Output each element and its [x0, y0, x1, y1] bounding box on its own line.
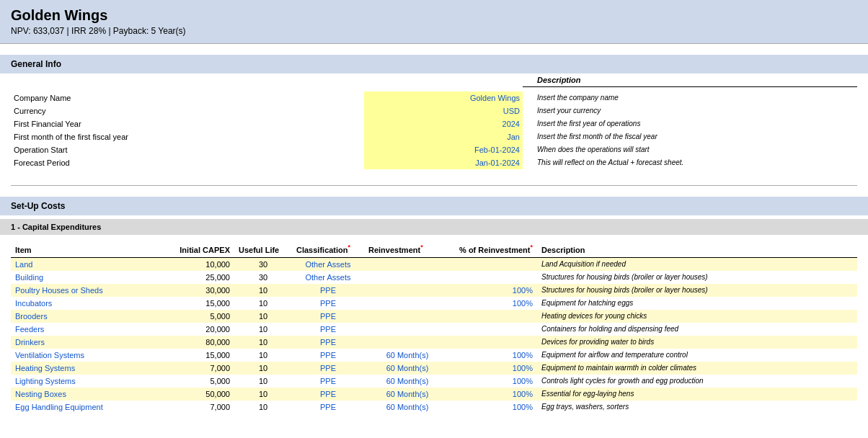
capex-item-name-11[interactable]: Egg Handling Equipment	[11, 401, 169, 414]
capex-item-name-8[interactable]: Heating Systems	[11, 362, 169, 375]
capex-item-name-10[interactable]: Nesting Boxes	[11, 388, 169, 401]
reinvestment-pct-1	[451, 271, 537, 284]
capex-description-11: Egg trays, washers, sorters	[537, 401, 857, 414]
reinvestment-10: 60 Month(s)	[364, 388, 451, 401]
reinvestment-5	[364, 323, 451, 336]
capex-description-10: Essential for egg-laying hens	[537, 388, 857, 401]
capex-description-1: Structures for housing birds (broiler or…	[537, 271, 857, 284]
reinvestment-11: 60 Month(s)	[364, 401, 451, 414]
useful-life-9: 10	[234, 375, 292, 388]
reinvestment-9: 60 Month(s)	[364, 375, 451, 388]
gi-value-2[interactable]: 2024	[364, 117, 523, 130]
gi-value-1[interactable]: USD	[364, 104, 523, 117]
classification-4: PPE	[292, 310, 364, 323]
header: Golden Wings NPV: 633,037 | IRR 28% | Pa…	[0, 0, 868, 44]
col-header-classification: Classification*	[292, 241, 364, 257]
classification-6: PPE	[292, 336, 364, 349]
reinvestment-pct-4	[451, 310, 537, 323]
useful-life-6: 10	[234, 336, 292, 349]
capex-item-name-2[interactable]: Poultry Houses or Sheds	[11, 284, 169, 297]
capex-value-8: 7,000	[169, 362, 234, 375]
col-header-pct-reinvestment: % of Reinvestment*	[451, 241, 537, 257]
classification-9: PPE	[292, 375, 364, 388]
financial-summary: NPV: 633,037 | IRR 28% | Payback: 5 Year…	[11, 26, 857, 36]
col-header-description: Description	[537, 241, 857, 257]
reinvestment-8: 60 Month(s)	[364, 362, 451, 375]
reinvestment-6	[364, 336, 451, 349]
gi-label-0: Company Name	[11, 91, 364, 104]
gi-value-5[interactable]: Jan-01-2024	[364, 156, 523, 169]
capex-value-9: 5,000	[169, 375, 234, 388]
gi-label-4: Operation Start	[11, 143, 364, 156]
reinvestment-7: 60 Month(s)	[364, 349, 451, 362]
capex-item-name-6[interactable]: Drinkers	[11, 336, 169, 349]
reinvestment-pct-3: 100%	[451, 297, 537, 310]
gi-label-5: Forecast Period	[11, 156, 364, 169]
table-row: Egg Handling Equipment7,00010PPE60 Month…	[11, 401, 857, 414]
col-header-reinvestment: Reinvestment*	[364, 241, 451, 257]
useful-life-1: 30	[234, 271, 292, 284]
classification-3: PPE	[292, 297, 364, 310]
gi-label-1: Currency	[11, 104, 364, 117]
capex-value-7: 15,000	[169, 349, 234, 362]
gi-desc-4: When does the operations will start	[523, 143, 857, 156]
capex-description-2: Structures for housing birds (broiler or…	[537, 284, 857, 297]
capex-item-name-5[interactable]: Feeders	[11, 323, 169, 336]
gi-value-4[interactable]: Feb-01-2024	[364, 143, 523, 156]
capex-description-3: Equipment for hatching eggs	[537, 297, 857, 310]
gi-desc-3: Insert the first month of the fiscal yea…	[523, 130, 857, 143]
setup-costs-section-header: Set-Up Costs	[0, 197, 868, 215]
useful-life-5: 10	[234, 323, 292, 336]
classification-1: Other Assets	[292, 271, 364, 284]
table-row: Lighting Systems5,00010PPE60 Month(s)100…	[11, 375, 857, 388]
classification-0: Other Assets	[292, 257, 364, 271]
useful-life-4: 10	[234, 310, 292, 323]
description-header-row: Description	[0, 73, 868, 87]
classification-11: PPE	[292, 401, 364, 414]
reinvestment-0	[364, 257, 451, 271]
useful-life-10: 10	[234, 388, 292, 401]
required-marker-classification: *	[348, 243, 351, 251]
classification-2: PPE	[292, 284, 364, 297]
capex-area: Item Initial CAPEX Useful Life Classific…	[0, 235, 868, 416]
gi-value-0[interactable]: Golden Wings	[364, 91, 523, 104]
reinvestment-4	[364, 310, 451, 323]
general-info-section-header: General Info	[0, 55, 868, 73]
table-row: Incubators15,00010PPE100%Equipment for h…	[11, 297, 857, 310]
reinvestment-pct-0	[451, 257, 537, 271]
reinvestment-pct-9: 100%	[451, 375, 537, 388]
capex-item-name-3[interactable]: Incubators	[11, 297, 169, 310]
reinvestment-pct-2: 100%	[451, 284, 537, 297]
reinvestment-pct-8: 100%	[451, 362, 537, 375]
description-column-header: Description	[523, 73, 857, 87]
useful-life-0: 30	[234, 257, 292, 271]
capex-value-2: 30,000	[169, 284, 234, 297]
capex-value-10: 50,000	[169, 388, 234, 401]
table-row: Ventilation Systems15,00010PPE60 Month(s…	[11, 349, 857, 362]
capex-item-name-7[interactable]: Ventilation Systems	[11, 349, 169, 362]
table-row: Poultry Houses or Sheds30,00010PPE100%St…	[11, 284, 857, 297]
capex-item-name-0[interactable]: Land	[11, 257, 169, 271]
required-marker-pct: *	[530, 243, 533, 251]
capex-item-name-9[interactable]: Lighting Systems	[11, 375, 169, 388]
capex-table: Item Initial CAPEX Useful Life Classific…	[11, 241, 857, 414]
capex-item-name-1[interactable]: Building	[11, 271, 169, 284]
capex-value-1: 25,000	[169, 271, 234, 284]
table-row: Building25,00030Other AssetsStructures f…	[11, 271, 857, 284]
gi-value-3[interactable]: Jan	[364, 130, 523, 143]
gi-desc-2: Insert the first year of operations	[523, 117, 857, 130]
reinvestment-1	[364, 271, 451, 284]
capex-value-11: 7,000	[169, 401, 234, 414]
classification-10: PPE	[292, 388, 364, 401]
table-row: Nesting Boxes50,00010PPE60 Month(s)100%E…	[11, 388, 857, 401]
gi-desc-1: Insert your currency	[523, 104, 857, 117]
reinvestment-pct-10: 100%	[451, 388, 537, 401]
capex-description-0: Land Acquisition if needed	[537, 257, 857, 271]
capex-item-name-4[interactable]: Brooders	[11, 310, 169, 323]
reinvestment-3	[364, 297, 451, 310]
reinvestment-pct-11: 100%	[451, 401, 537, 414]
col-header-life: Useful Life	[234, 241, 292, 257]
capex-description-6: Devices for providing water to birds	[537, 336, 857, 349]
general-info-grid: Company NameGolden WingsInsert the compa…	[0, 87, 868, 174]
table-row: Heating Systems7,00010PPE60 Month(s)100%…	[11, 362, 857, 375]
